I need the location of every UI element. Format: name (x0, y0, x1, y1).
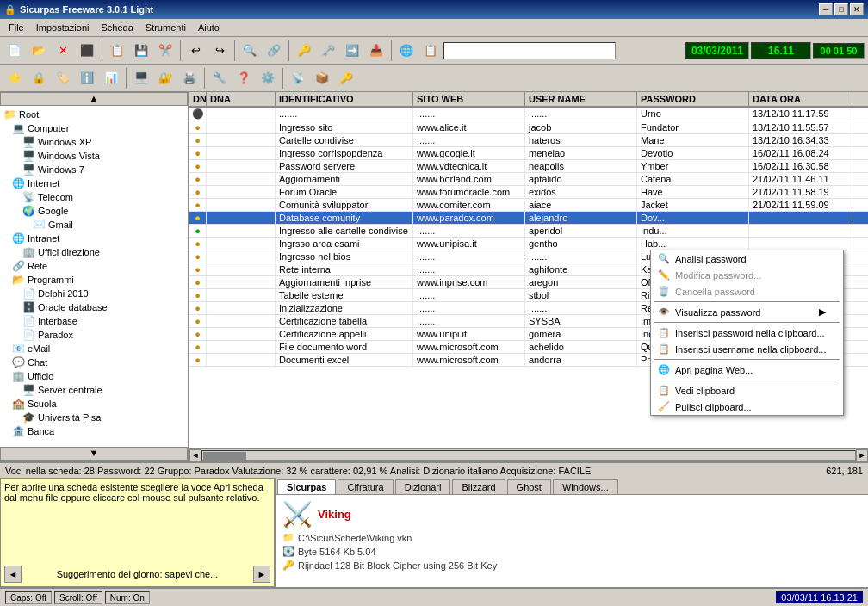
ctx-pulisci-clipboard[interactable]: 🧹 Pulisci clipboard... (651, 399, 843, 415)
tb-help[interactable]: ❓ (232, 67, 255, 90)
ctx-apri-web[interactable]: 🌐 Apri pagina Web... (651, 362, 843, 378)
menu-scheda[interactable]: Scheda (96, 21, 139, 34)
tb-redo[interactable]: ↪ (208, 40, 231, 62)
tb-info[interactable]: ℹ️ (76, 67, 98, 90)
table-row[interactable]: ● Ingresso alle cartelle condivise .....… (189, 225, 868, 238)
ctx-visualizza-password[interactable]: 👁️ Visualizza password ▶ (651, 304, 843, 320)
tree-item-computer[interactable]: 💻 Computer (2, 121, 186, 135)
minimize-button[interactable]: ─ (819, 3, 833, 15)
tab-blizzard[interactable]: Blizzard (452, 479, 505, 494)
tb-lock[interactable]: 🔒 (28, 67, 50, 90)
table-row[interactable]: ● Password servere www.vdtecnica.it neap… (189, 160, 868, 173)
table-row[interactable]: ● Comunità sviluppatori www.comiter.com … (189, 199, 868, 212)
table-row-selected[interactable]: ● Database comunity www.paradox.com alej… (189, 212, 868, 225)
tree-item-server[interactable]: 🖥️ Server centrale (2, 383, 186, 397)
tb-copy[interactable]: 📋 (106, 40, 128, 62)
tb-chart[interactable]: 📊 (100, 67, 122, 90)
tree-item-scuola[interactable]: 🏫 Scuola (2, 397, 186, 411)
tb-stop[interactable]: ⬛ (76, 40, 98, 62)
tb-net[interactable]: 📡 (287, 67, 309, 90)
tb-clip[interactable]: 📋 (419, 40, 442, 62)
tb-move[interactable]: ➡️ (341, 40, 363, 62)
tb-pkg[interactable]: 📦 (311, 67, 333, 90)
table-row[interactable]: ● Cartelle condivise ....... hateros Man… (189, 134, 868, 147)
close-button[interactable]: ✕ (850, 3, 864, 15)
tree-item-internet[interactable]: 🌐 Internet (2, 176, 186, 190)
tab-cifratura[interactable]: Cifratura (338, 479, 393, 494)
menu-file[interactable]: File (3, 21, 29, 34)
tree-item-interbase[interactable]: 📄 Interbase (2, 314, 186, 328)
table-row[interactable]: ● Aggiornamenti www.borland.com aptalido… (189, 173, 868, 186)
ctx-vedi-clipboard[interactable]: 📋 Vedi clipboard (651, 382, 843, 399)
tb-settings[interactable]: ⚙️ (257, 67, 279, 90)
tree-item-intranet[interactable]: 🌐 Intranet (2, 232, 186, 245)
menu-aiuto[interactable]: Aiuto (193, 21, 225, 34)
tip-prev-button[interactable]: ◄ (4, 566, 22, 583)
h-scroll-track[interactable] (202, 450, 856, 461)
maximize-button[interactable]: □ (834, 3, 848, 15)
tree-item-google[interactable]: 🌍 Google (2, 204, 186, 218)
tb-undo[interactable]: ↩ (184, 40, 207, 62)
tree-item-winxp[interactable]: 🖥️ Windows XP (2, 135, 186, 149)
h-scroll-right[interactable]: ► (856, 449, 868, 461)
tab-windows[interactable]: Windows... (553, 479, 618, 494)
table-row[interactable]: ● Forum Oracle www.forumoracle.com exido… (189, 186, 868, 199)
h-scroll-thumb[interactable] (203, 452, 246, 461)
ctx-analisi-password[interactable]: 🔍 Analisi password (651, 250, 843, 267)
tab-dizionari[interactable]: Dizionari (395, 479, 451, 494)
table-row[interactable]: ● Ingrsso area esami www.unipisa.it gent… (189, 238, 868, 250)
tb-tools[interactable]: 🔧 (208, 67, 231, 90)
cell-sito: ....... (413, 263, 525, 275)
tb-open[interactable]: 📂 (28, 40, 50, 62)
tree-item-chat[interactable]: 💬 Chat (2, 356, 186, 369)
tb-lock2[interactable]: 🔐 (154, 67, 177, 90)
h-scroll-left[interactable]: ◄ (189, 449, 202, 461)
tb-delete[interactable]: ✕ (52, 40, 74, 62)
tree-item-root[interactable]: 📁 Root (2, 108, 186, 121)
table-row[interactable]: ● Ingresso sito www.alice.it jacob Funda… (189, 121, 868, 134)
toolbar-2: ⭐ 🔒 🏷️ ℹ️ 📊 🖥️ 🔐 🖨️ 🔧 ❓ ⚙️ 📡 📦 🔑 (0, 65, 868, 92)
tb-save[interactable]: 💾 (130, 40, 152, 62)
ctx-insert-pass-clipboard[interactable]: 📋 Inserisci password nella clipboard... (651, 325, 843, 341)
tb-find[interactable]: 🔍 (239, 40, 261, 62)
tab-ghost[interactable]: Ghost (507, 479, 551, 494)
tb-cut[interactable]: ✂️ (154, 40, 177, 62)
search-input[interactable] (443, 42, 616, 59)
tree-item-programmi[interactable]: 📂 Programmi (2, 273, 186, 287)
tb-secure[interactable]: 🔑 (335, 67, 357, 90)
menu-impostazioni[interactable]: Impostazioni (31, 21, 95, 34)
cell-sito: www.microsoft.com (413, 341, 525, 353)
tip-next-button[interactable]: ► (253, 566, 270, 583)
tb-key2[interactable]: 🗝️ (317, 40, 339, 62)
tb-key1[interactable]: 🔑 (293, 40, 315, 62)
tree-item-gmail[interactable]: ✉️ Gmail (2, 218, 186, 232)
tree-item-banca[interactable]: 🏦 Banca (2, 424, 186, 438)
tb-star[interactable]: ⭐ (3, 67, 26, 90)
menu-strumenti[interactable]: Strumenti (140, 21, 191, 34)
tb-link[interactable]: 🔗 (263, 40, 285, 62)
tree-item-email[interactable]: 📧 eMail (2, 342, 186, 356)
tree-item-win7[interactable]: 🖥️ Windows 7 (2, 163, 186, 176)
tree-item-uffici[interactable]: 🏢 Uffici direzione (2, 245, 186, 259)
tree-item-oracle[interactable]: 🗄️ Oracle database (2, 300, 186, 314)
tree-scroll-up[interactable]: ▲ (0, 92, 188, 106)
tree-item-delphi[interactable]: 📄 Delphi 2010 (2, 287, 186, 300)
tb-import[interactable]: 📥 (365, 40, 388, 62)
tree-item-ufficio[interactable]: 🏢 Ufficio (2, 369, 186, 383)
cell-dna2 (207, 315, 276, 327)
tb-print[interactable]: 🖨️ (178, 67, 201, 90)
tb-tag[interactable]: 🏷️ (52, 67, 74, 90)
ctx-insert-user-clipboard[interactable]: 📋 Inserisci username nella clipboard... (651, 341, 843, 357)
tree-item-rete[interactable]: 🔗 Rete (2, 259, 186, 273)
tree-item-telecom[interactable]: 📡 Telecom (2, 190, 186, 204)
tree-scroll-down[interactable]: ▼ (0, 447, 188, 461)
tree-item-winvista[interactable]: 🖥️ Windows Vista (2, 149, 186, 163)
tb-new[interactable]: 📄 (3, 40, 26, 62)
tree-item-unipisa[interactable]: 🎓 Università Pisa (2, 411, 186, 424)
table-row[interactable]: ⚫ ....... ....... ....... Urno 13/12/10 … (189, 108, 868, 121)
tab-sicurpas[interactable]: Sicurpas (277, 479, 336, 494)
table-row[interactable]: ● Ingresso corrispopdenza www.google.it … (189, 147, 868, 160)
tb-monitor[interactable]: 🖥️ (130, 67, 152, 90)
tb-web[interactable]: 🌐 (395, 40, 418, 62)
tree-item-paradox[interactable]: 📄 Paradox (2, 328, 186, 342)
